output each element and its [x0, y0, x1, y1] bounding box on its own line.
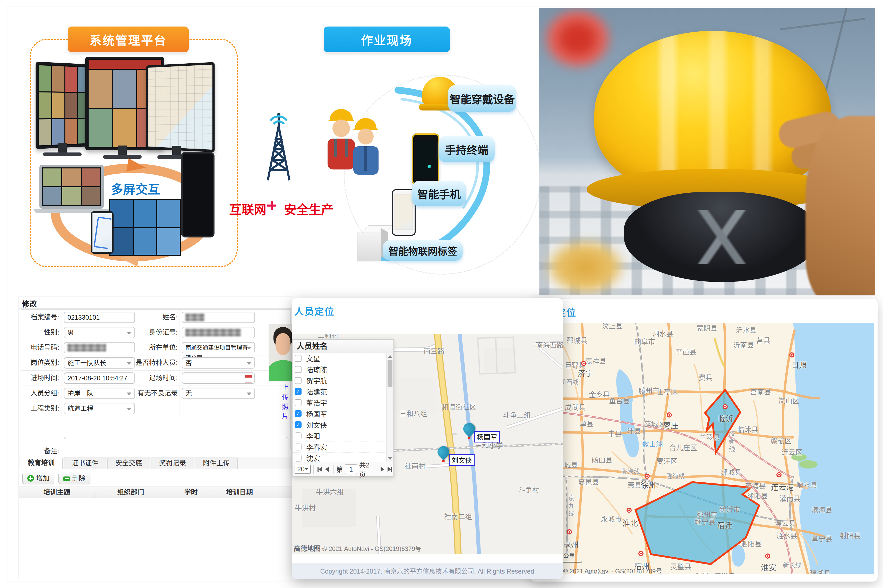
- scroll-thumb[interactable]: [388, 360, 393, 387]
- person-row[interactable]: 李阳: [292, 430, 393, 441]
- scrollbar[interactable]: [386, 353, 393, 462]
- phone-input[interactable]: [64, 342, 135, 353]
- lake-label: 微山湖: [642, 439, 663, 448]
- unit-select[interactable]: 南通交通建设项目管理有限公司: [182, 342, 255, 353]
- person-row[interactable]: 文星: [292, 353, 393, 364]
- screen-thumbnail: [113, 109, 136, 147]
- gender-select[interactable]: 男: [64, 327, 135, 338]
- person-row[interactable]: ✓陆建范: [292, 386, 393, 397]
- redacted-idcard: [185, 328, 241, 336]
- screen-thumbnail: [43, 187, 61, 205]
- scroll-up-icon[interactable]: [388, 355, 392, 358]
- idcard-input[interactable]: [182, 327, 255, 338]
- person-row[interactable]: ✓刘文侠: [292, 419, 393, 430]
- name-input[interactable]: [182, 312, 255, 323]
- map-label: 滨海县: [811, 504, 832, 514]
- personnel-list-header: 人员姓名: [292, 340, 393, 353]
- exit-time-input[interactable]: [182, 372, 255, 384]
- screen-thumbnail: [88, 109, 112, 147]
- screen-thumbnail: [113, 70, 136, 108]
- person-row[interactable]: 陆琼陈: [292, 364, 393, 375]
- column-header: 培训主题: [19, 487, 95, 498]
- map-label: 连云区: [781, 447, 802, 457]
- map-label: 枣庄: [663, 419, 679, 430]
- map-label: 沭阳县: [747, 490, 768, 501]
- post-select[interactable]: 施工一队队长: [64, 357, 135, 369]
- project-label: 工程类别:: [21, 401, 59, 416]
- person-name: 李阳: [306, 431, 320, 441]
- map-label: 鱼台县: [609, 396, 630, 406]
- map-label: 涟水县: [777, 530, 797, 540]
- person-checkbox[interactable]: ✓: [295, 388, 301, 395]
- person-checkbox[interactable]: [295, 355, 301, 362]
- region-map[interactable]: 公里 © 2021 AutoNavi - GS(2018)1709号 汶上县蒙阴…: [534, 323, 874, 574]
- map-label: 平邑县: [675, 346, 696, 357]
- tab-4[interactable]: 奖罚记录: [151, 457, 194, 469]
- group-select[interactable]: 护岸一队: [64, 388, 135, 399]
- map-label: 睢宁县: [694, 516, 715, 526]
- screen-thumbnail: [52, 93, 64, 118]
- map-label: 沂水县: [736, 325, 757, 335]
- map-label: 南海西路: [536, 340, 563, 350]
- person-checkbox[interactable]: ✓: [295, 410, 301, 417]
- person-checkbox[interactable]: [295, 399, 301, 406]
- form-header: 修改: [22, 298, 37, 309]
- person-checkbox[interactable]: [295, 377, 301, 384]
- project-select[interactable]: 航道工程: [64, 403, 135, 414]
- map-label: 赣榆区: [771, 435, 792, 446]
- special-select[interactable]: 否: [182, 357, 255, 369]
- add-button[interactable]: 增加: [22, 472, 54, 484]
- person-checkbox[interactable]: [295, 444, 301, 450]
- map-label: 莒南县: [750, 387, 771, 397]
- person-name: 沈宏: [306, 453, 320, 462]
- calendar-icon[interactable]: [244, 375, 252, 382]
- map-label: 泗县: [695, 570, 709, 574]
- person-row[interactable]: 李春宏: [292, 441, 393, 453]
- next-page-button[interactable]: [379, 465, 386, 473]
- bad-record-select[interactable]: 无: [182, 388, 255, 399]
- tab-2[interactable]: 证书证件: [64, 457, 106, 469]
- name-label: 姓名:: [129, 310, 178, 325]
- map-label: 兰陵县: [699, 432, 720, 442]
- enter-time-input[interactable]: 2017-08-20 10:54:27: [64, 372, 135, 384]
- person-checkbox[interactable]: [295, 366, 301, 373]
- training-table-header: 培训主题组织部门学时培训日期: [19, 486, 292, 498]
- first-page-button[interactable]: [316, 465, 324, 473]
- city-icon: [777, 472, 781, 477]
- scale-bar: [561, 561, 582, 563]
- tab-1[interactable]: 教育培训: [20, 457, 63, 469]
- platform-title: 系统管理平台: [68, 27, 189, 52]
- map-label: 贾汪区: [657, 456, 677, 466]
- person-checkbox[interactable]: ✓: [295, 422, 301, 428]
- prev-page-button[interactable]: [324, 465, 331, 473]
- upload-photo-link[interactable]: 上传照片: [282, 382, 291, 420]
- person-name: 陆建范: [306, 387, 327, 397]
- last-page-button[interactable]: [386, 465, 393, 473]
- page: 系统管理平台 作业现场 多屏交互 互联网 + 安全生产: [0, 0, 883, 588]
- map-label: 陇海线: [666, 471, 685, 480]
- person-checkbox[interactable]: [295, 454, 301, 462]
- person-row[interactable]: ✓杨国军: [292, 408, 393, 419]
- page-input[interactable]: 1: [345, 464, 357, 474]
- marker-name-label: 刘文侠: [449, 454, 475, 466]
- map-label: 牛洪六组: [316, 486, 344, 496]
- scroll-down-icon[interactable]: [388, 457, 392, 460]
- person-row[interactable]: 贺宇航: [292, 375, 393, 386]
- tab-3[interactable]: 安全交底: [107, 457, 150, 469]
- tab-5[interactable]: 附件上传: [195, 457, 238, 469]
- person-checkbox[interactable]: [295, 432, 301, 440]
- delete-button[interactable]: 删除: [58, 472, 90, 484]
- person-row[interactable]: 董浩宇: [292, 397, 393, 408]
- person-row[interactable]: 沈宏: [292, 453, 393, 462]
- screen-thumbnail: [65, 66, 77, 92]
- safety-vest-blur: [539, 231, 637, 296]
- column-header: 学时: [167, 487, 215, 498]
- map-label: 灵璧县: [670, 561, 691, 571]
- internet-label: 互联网: [229, 200, 266, 218]
- archive-input[interactable]: 021330101: [64, 312, 135, 323]
- city-icon: [639, 551, 643, 556]
- form-grid: 档案编号: 021330101 姓名: 性别: 男 身份证号: 电话号码: 所在…: [21, 309, 291, 449]
- screen-thumbnail: [52, 66, 64, 92]
- page-size-select[interactable]: 20: [295, 465, 311, 474]
- map-label: 汶上县: [602, 323, 623, 331]
